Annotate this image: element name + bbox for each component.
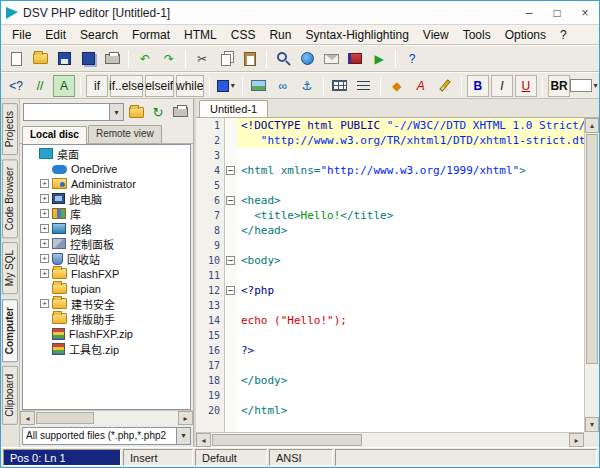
save-button[interactable] [53, 48, 75, 70]
code-line[interactable]: 13 [196, 298, 584, 313]
scroll-right-icon[interactable]: ▸ [178, 411, 193, 425]
side-tab-my-sql[interactable]: My SQL [2, 242, 18, 294]
menu-search[interactable]: Search [73, 26, 125, 44]
menu-html[interactable]: HTML [177, 26, 224, 44]
tree-scroll-thumb[interactable] [36, 412, 94, 424]
fold-gutter[interactable]: − [224, 283, 237, 298]
print-button[interactable] [101, 48, 123, 70]
tree-item[interactable]: tupian [23, 281, 190, 296]
underline-button[interactable]: U [515, 75, 537, 97]
code-line[interactable]: 16?> [196, 343, 584, 358]
code-line[interactable]: 19 [196, 388, 584, 403]
bold-button[interactable]: B [467, 75, 489, 97]
tree-item[interactable]: FlashFXP.zip [23, 326, 190, 341]
copy-button[interactable] [215, 48, 237, 70]
code-line[interactable]: 17 [196, 358, 584, 373]
menu-css[interactable]: CSS [224, 26, 263, 44]
expand-icon[interactable]: + [40, 239, 49, 248]
tree-horizontal-scrollbar[interactable]: ◂ ▸ [20, 410, 193, 425]
tree-item[interactable]: OneDrive [23, 161, 190, 176]
code-line[interactable]: 6−<head> [196, 193, 584, 208]
scroll-up-icon[interactable]: ▴ [585, 118, 599, 133]
menu-view[interactable]: View [416, 26, 456, 44]
new-folder-button[interactable] [126, 102, 146, 122]
menu-file[interactable]: File [5, 26, 38, 44]
code-line[interactable]: 9 [196, 238, 584, 253]
tree-scroll-track[interactable] [35, 411, 178, 425]
snippet-while-button[interactable]: while [176, 75, 204, 97]
expand-icon[interactable]: + [40, 194, 49, 203]
code-line[interactable]: 14echo ("Hello!"); [196, 313, 584, 328]
code-line[interactable]: 18</body> [196, 373, 584, 388]
refresh-button[interactable]: ↻ [148, 102, 168, 122]
list-button[interactable] [353, 75, 375, 97]
snippet-if-else-button[interactable]: if..else [110, 75, 143, 97]
path-combo[interactable]: ▾ [23, 103, 124, 121]
tab-local-disc[interactable]: Local disc [22, 126, 87, 144]
find-button[interactable] [272, 48, 294, 70]
editor-hscroll-thumb[interactable] [212, 434, 362, 446]
collapse-icon[interactable]: − [226, 166, 235, 175]
collapse-icon[interactable]: − [226, 286, 235, 295]
tree-item[interactable]: +FlashFXP [23, 266, 190, 281]
code-line[interactable]: 2 "http://www.w3.org/TR/xhtml1/DTD/xhtml… [196, 133, 584, 148]
scroll-left-icon[interactable]: ◂ [196, 433, 211, 447]
code-line[interactable]: 7 <title>Hello!</title> [196, 208, 584, 223]
undo-button[interactable]: ↶ [134, 48, 156, 70]
fold-gutter[interactable]: − [224, 193, 237, 208]
code-line[interactable]: 15 [196, 328, 584, 343]
code-line[interactable]: 4−<html xmlns="http://www.w3.org/1999/xh… [196, 163, 584, 178]
anchor-button[interactable]: ⚓ [296, 75, 318, 97]
tree-item[interactable]: +控制面板 [23, 236, 190, 251]
code-line[interactable]: 11 [196, 268, 584, 283]
editor-vscroll-thumb[interactable] [586, 134, 598, 364]
print-list-button[interactable] [170, 102, 190, 122]
tree-item[interactable]: 排版助手 [23, 311, 190, 326]
tree-item[interactable]: +Administrator [23, 176, 190, 191]
menu-tools[interactable]: Tools [456, 26, 498, 44]
cut-button[interactable]: ✂ [191, 48, 213, 70]
save-all-button[interactable] [77, 48, 99, 70]
mail-button[interactable] [320, 48, 342, 70]
tab-remote-view[interactable]: Remote view [88, 125, 162, 143]
run-script-button[interactable]: ▶ [368, 48, 390, 70]
tree-item[interactable]: +建书安全 [23, 296, 190, 311]
help-book-button[interactable] [344, 48, 366, 70]
browser-preview-button[interactable] [296, 48, 318, 70]
new-file-button[interactable] [5, 48, 27, 70]
italic-button[interactable]: I [491, 75, 513, 97]
line-break-button[interactable]: BR [548, 75, 570, 97]
fold-gutter[interactable]: − [224, 253, 237, 268]
minimize-button[interactable]: – [515, 1, 543, 24]
menu-help[interactable]: ? [553, 26, 574, 44]
image-button[interactable] [248, 75, 270, 97]
close-button[interactable]: × [571, 1, 599, 24]
side-tab-clipboard[interactable]: Clipboard [2, 366, 18, 425]
scroll-left-icon[interactable]: ◂ [20, 411, 35, 425]
collapse-icon[interactable]: − [226, 256, 235, 265]
code-line[interactable]: 10−<body> [196, 253, 584, 268]
editor-horizontal-scrollbar[interactable]: ◂ ▸ [196, 432, 584, 447]
tree-item[interactable]: 工具包.zip [23, 341, 190, 356]
code-line[interactable]: 8</head> [196, 223, 584, 238]
fold-gutter[interactable]: − [224, 163, 237, 178]
code-line[interactable]: 3 [196, 148, 584, 163]
code-line[interactable]: 1<!DOCTYPE html PUBLIC "-//W3C//DTD XHTM… [196, 118, 584, 133]
side-tab-code-browser[interactable]: Code Browser [2, 159, 18, 238]
font-button[interactable]: A [410, 75, 432, 97]
code-line[interactable]: 5 [196, 178, 584, 193]
side-tab-computer[interactable]: Computer [2, 299, 18, 362]
open-file-button[interactable] [29, 48, 51, 70]
comment-button[interactable]: // [29, 75, 51, 97]
editor-vscroll-track[interactable] [585, 133, 599, 417]
tab-untitled-1[interactable]: Untitled-1 [199, 100, 268, 117]
editor-hscroll-track[interactable] [211, 433, 569, 447]
code-editor[interactable]: 1<!DOCTYPE html PUBLIC "-//W3C//DTD XHTM… [196, 118, 584, 432]
special-symbol-button[interactable]: ◆ [386, 75, 408, 97]
scroll-right-icon[interactable]: ▸ [569, 433, 584, 447]
file-filter-combo[interactable]: All supported files (*.php,*.php2 ▾ [22, 427, 191, 445]
maximize-button[interactable]: □ [543, 1, 571, 24]
expand-icon[interactable]: + [40, 269, 49, 278]
side-tab-projects[interactable]: Projects [2, 103, 18, 155]
expand-icon[interactable]: + [40, 299, 49, 308]
